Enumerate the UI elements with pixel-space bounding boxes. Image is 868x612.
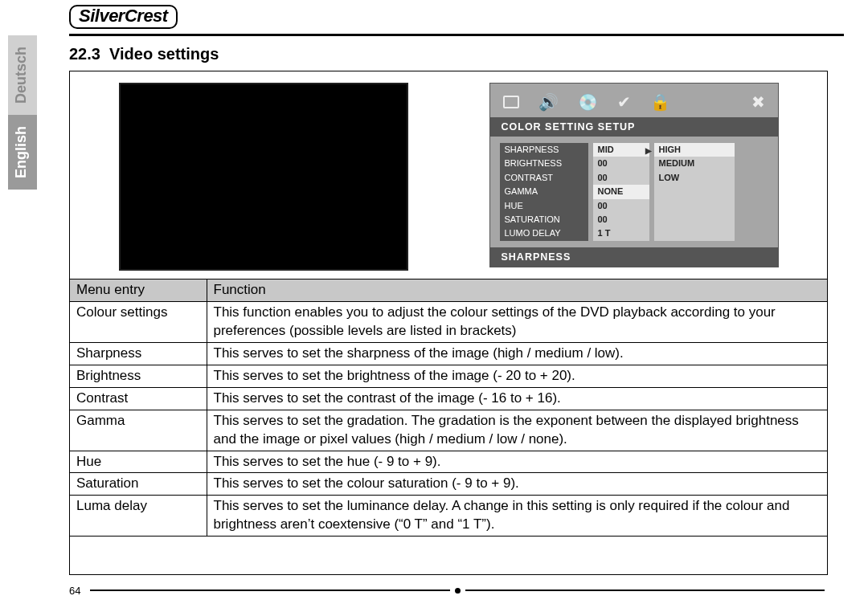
- preview-screen-blank: [119, 83, 408, 271]
- close-icon: ✖: [751, 92, 765, 112]
- menu-entry-cell: Saturation: [70, 473, 207, 496]
- menu-entry-cell: Hue: [70, 451, 207, 473]
- osd-label: GAMMA: [500, 185, 588, 198]
- check-icon: ✔: [617, 92, 631, 112]
- language-tabs: Deutsch English: [8, 35, 37, 190]
- table-header: Function: [207, 279, 827, 302]
- table-row: GammaThis serves to set the gradation. T…: [70, 410, 827, 451]
- osd-value-text: MID: [598, 145, 614, 154]
- osd-label: SATURATION: [500, 213, 588, 226]
- table-row: BrightnessThis serves to set the brightn…: [70, 365, 827, 387]
- table-row: ContrastThis serves to set the contrast …: [70, 387, 827, 410]
- osd-value: 1 T: [593, 226, 649, 240]
- page-footer: 64: [69, 583, 828, 598]
- brand-logo: SilverCrest: [69, 5, 178, 29]
- table-row: Colour settingsThis function enables you…: [70, 301, 827, 342]
- function-cell: This serves to set the luminance delay. …: [207, 496, 827, 537]
- table-row: SaturationThis serves to set the colour …: [70, 473, 827, 496]
- function-cell: This serves to set the hue (- 9 to + 9).: [207, 451, 827, 473]
- heading-number: 22.3: [69, 45, 100, 63]
- osd-value: 00: [593, 213, 649, 226]
- function-cell: This serves to set the sharpness of the …: [207, 342, 827, 365]
- osd-title: COLOR SETTING SETUP: [490, 117, 778, 137]
- settings-table: Menu entry Function Colour settingsThis …: [70, 279, 827, 537]
- osd-label: HUE: [500, 199, 588, 213]
- display-icon: [503, 96, 519, 108]
- function-cell: This serves to set the contrast of the i…: [207, 387, 827, 410]
- osd-label: BRIGHTNESS: [500, 157, 588, 170]
- osd-option: MEDIUM: [654, 157, 735, 170]
- osd-footer: SHARPNESS: [490, 247, 778, 267]
- osd-label: LUMO DELAY: [500, 226, 588, 240]
- footer-dot-icon: [455, 588, 461, 594]
- osd-panel: 🔊 💿 ✔ 🔒 ✖ COLOR SETTING SETUP SHARPNESS …: [489, 83, 779, 267]
- osd-value-column: MID▶ 00 00 NONE 00 00 1 T: [593, 143, 649, 241]
- osd-value: 00: [593, 171, 649, 185]
- osd-options-column: HIGH MEDIUM LOW: [654, 143, 735, 241]
- footer-rule: [465, 590, 825, 591]
- speaker-icon: 🔊: [538, 92, 559, 112]
- osd-value: 00: [593, 157, 649, 170]
- chevron-right-icon: ▶: [645, 145, 652, 157]
- lang-tab-deutsch: Deutsch: [8, 35, 37, 115]
- osd-value: 00: [593, 199, 649, 213]
- table-header: Menu entry: [70, 279, 207, 302]
- osd-icon-row: 🔊 💿 ✔ 🔒 ✖: [490, 84, 778, 117]
- footer-rule: [90, 590, 449, 591]
- menu-entry-cell: Sharpness: [70, 342, 207, 365]
- page-number: 64: [69, 585, 80, 597]
- table-header-row: Menu entry Function: [70, 279, 827, 302]
- menu-entry-cell: Contrast: [70, 387, 207, 410]
- disc-icon: 💿: [578, 92, 598, 112]
- heading-title: Video settings: [109, 45, 219, 63]
- lang-tab-english: English: [8, 115, 37, 190]
- function-cell: This serves to set the colour saturation…: [207, 473, 827, 496]
- menu-entry-cell: Luma delay: [70, 496, 207, 537]
- table-row: HueThis serves to set the hue (- 9 to + …: [70, 451, 827, 473]
- table-row: SharpnessThis serves to set the sharpnes…: [70, 342, 827, 365]
- menu-entry-cell: Gamma: [70, 410, 207, 451]
- osd-label: CONTRAST: [500, 171, 588, 185]
- header-rule: [69, 34, 844, 36]
- osd-value: MID▶: [593, 143, 649, 157]
- function-cell: This serves to set the gradation. The gr…: [207, 410, 827, 451]
- osd-option: LOW: [654, 171, 735, 185]
- content-frame: 🔊 💿 ✔ 🔒 ✖ COLOR SETTING SETUP SHARPNESS …: [69, 71, 828, 575]
- menu-entry-cell: Colour settings: [70, 301, 207, 342]
- lock-icon: 🔒: [650, 92, 670, 112]
- osd-value: NONE: [593, 185, 649, 198]
- table-row: Luma delayThis serves to set the luminan…: [70, 496, 827, 537]
- section-heading: 22.3 Video settings: [69, 45, 219, 63]
- function-cell: This function enables you to adjust the …: [207, 301, 827, 342]
- osd-option: HIGH: [654, 143, 735, 157]
- function-cell: This serves to set the brightness of the…: [207, 365, 827, 387]
- osd-label: SHARPNESS: [500, 143, 588, 157]
- menu-entry-cell: Brightness: [70, 365, 207, 387]
- osd-label-column: SHARPNESS BRIGHTNESS CONTRAST GAMMA HUE …: [500, 143, 588, 241]
